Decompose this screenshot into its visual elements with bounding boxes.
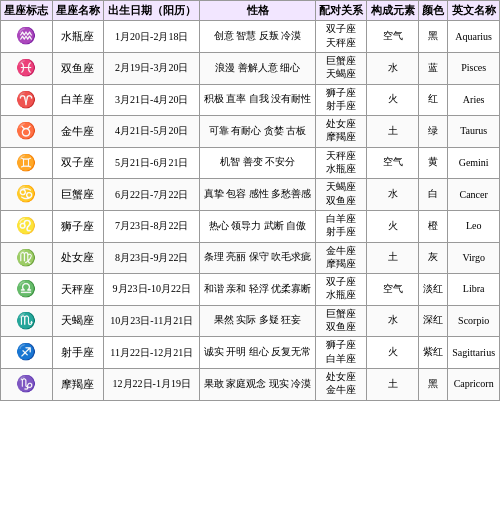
zodiac-character: 积极 直率 自我 没有耐性 [200, 84, 315, 116]
zodiac-color: 红 [418, 84, 447, 116]
zodiac-character: 热心 领导力 武断 自傲 [200, 210, 315, 242]
col-header-5: 构成元素 [367, 1, 419, 21]
zodiac-icon: ♈ [1, 84, 53, 116]
zodiac-element: 火 [367, 210, 419, 242]
zodiac-color: 白 [418, 179, 447, 211]
zodiac-element: 空气 [367, 274, 419, 306]
zodiac-icon: ♍ [1, 242, 53, 274]
table-row: ♑摩羯座12月22日-1月19日果敢 家庭观念 现实 冷漠处女座 金牛座土黑Ca… [1, 368, 500, 400]
zodiac-icon: ♒ [1, 21, 53, 53]
zodiac-color: 蓝 [418, 52, 447, 84]
zodiac-icon: ♎ [1, 274, 53, 306]
zodiac-icon: ♉ [1, 116, 53, 148]
zodiac-character: 诚实 开明 组心 反复无常 [200, 337, 315, 369]
zodiac-english-name: Libra [448, 274, 500, 306]
zodiac-english-name: Pisces [448, 52, 500, 84]
zodiac-date: 9月23日-10月22日 [104, 274, 200, 306]
zodiac-element: 水 [367, 52, 419, 84]
zodiac-color: 深红 [418, 305, 447, 337]
zodiac-character: 和谐 亲和 轻浮 优柔寡断 [200, 274, 315, 306]
zodiac-date: 5月21日-6月21日 [104, 147, 200, 179]
col-header-1: 星座名称 [52, 1, 104, 21]
zodiac-date: 11月22日-12月21日 [104, 337, 200, 369]
table-row: ♓双鱼座2月19日-3月20日浪漫 善解人意 细心巨蟹座 天蝎座水蓝Pisces [1, 52, 500, 84]
zodiac-character: 浪漫 善解人意 细心 [200, 52, 315, 84]
zodiac-name: 双子座 [52, 147, 104, 179]
zodiac-english-name: Leo [448, 210, 500, 242]
zodiac-element: 火 [367, 337, 419, 369]
zodiac-element: 土 [367, 242, 419, 274]
zodiac-match: 双子座 水瓶座 [315, 274, 367, 306]
zodiac-date: 12月22日-1月19日 [104, 368, 200, 400]
zodiac-date: 1月20日-2月18日 [104, 21, 200, 53]
zodiac-character: 真挚 包容 感性 多愁善感 [200, 179, 315, 211]
zodiac-match: 巨蟹座 双鱼座 [315, 305, 367, 337]
zodiac-character: 可靠 有耐心 贪婪 古板 [200, 116, 315, 148]
zodiac-character: 条理 亮丽 保守 吹毛求疵 [200, 242, 315, 274]
zodiac-name: 天秤座 [52, 274, 104, 306]
zodiac-icon: ♌ [1, 210, 53, 242]
zodiac-date: 6月22日-7月22日 [104, 179, 200, 211]
zodiac-element: 土 [367, 368, 419, 400]
table-row: ♊双子座5月21日-6月21日机智 善变 不安分天秤座 水瓶座空气黄Gemini [1, 147, 500, 179]
zodiac-match: 处女座 金牛座 [315, 368, 367, 400]
table-row: ♍处女座8月23日-9月22日条理 亮丽 保守 吹毛求疵金牛座 摩羯座土灰Vir… [1, 242, 500, 274]
col-header-3: 性格 [200, 1, 315, 21]
zodiac-name: 狮子座 [52, 210, 104, 242]
zodiac-character: 机智 善变 不安分 [200, 147, 315, 179]
col-header-2: 出生日期（阳历） [104, 1, 200, 21]
zodiac-color: 黑 [418, 368, 447, 400]
zodiac-name: 白羊座 [52, 84, 104, 116]
zodiac-english-name: Taurus [448, 116, 500, 148]
zodiac-name: 处女座 [52, 242, 104, 274]
zodiac-element: 空气 [367, 21, 419, 53]
zodiac-color: 橙 [418, 210, 447, 242]
zodiac-english-name: Sagittarius [448, 337, 500, 369]
zodiac-match: 白羊座 射手座 [315, 210, 367, 242]
zodiac-english-name: Scorpio [448, 305, 500, 337]
table-row: ♎天秤座9月23日-10月22日和谐 亲和 轻浮 优柔寡断双子座 水瓶座空气淡红… [1, 274, 500, 306]
zodiac-english-name: Aries [448, 84, 500, 116]
zodiac-match: 天蝎座 双鱼座 [315, 179, 367, 211]
zodiac-icon: ♐ [1, 337, 53, 369]
zodiac-english-name: Cancer [448, 179, 500, 211]
zodiac-character: 果敢 家庭观念 现实 冷漠 [200, 368, 315, 400]
zodiac-element: 火 [367, 84, 419, 116]
zodiac-match: 双子座 天秤座 [315, 21, 367, 53]
table-row: ♌狮子座7月23日-8月22日热心 领导力 武断 自傲白羊座 射手座火橙Leo [1, 210, 500, 242]
col-header-7: 英文名称 [448, 1, 500, 21]
table-row: ♐射手座11月22日-12月21日诚实 开明 组心 反复无常狮子座 白羊座火紫红… [1, 337, 500, 369]
table-row: ♋巨蟹座6月22日-7月22日真挚 包容 感性 多愁善感天蝎座 双鱼座水白Can… [1, 179, 500, 211]
zodiac-color: 绿 [418, 116, 447, 148]
zodiac-icon: ♓ [1, 52, 53, 84]
zodiac-table: 星座标志星座名称出生日期（阳历）性格配对关系构成元素颜色英文名称 ♒水瓶座1月2… [0, 0, 500, 401]
zodiac-match: 狮子座 射手座 [315, 84, 367, 116]
zodiac-name: 天蝎座 [52, 305, 104, 337]
zodiac-color: 紫红 [418, 337, 447, 369]
zodiac-color: 灰 [418, 242, 447, 274]
zodiac-name: 水瓶座 [52, 21, 104, 53]
table-row: ♒水瓶座1月20日-2月18日创意 智慧 反叛 冷漠双子座 天秤座空气黑Aqua… [1, 21, 500, 53]
zodiac-match: 狮子座 白羊座 [315, 337, 367, 369]
zodiac-character: 果然 实际 多疑 狂妄 [200, 305, 315, 337]
zodiac-color: 黄 [418, 147, 447, 179]
zodiac-icon: ♑ [1, 368, 53, 400]
zodiac-english-name: Aquarius [448, 21, 500, 53]
zodiac-name: 摩羯座 [52, 368, 104, 400]
zodiac-match: 处女座 摩羯座 [315, 116, 367, 148]
zodiac-date: 3月21日-4月20日 [104, 84, 200, 116]
zodiac-name: 双鱼座 [52, 52, 104, 84]
zodiac-name: 巨蟹座 [52, 179, 104, 211]
zodiac-date: 7月23日-8月22日 [104, 210, 200, 242]
col-header-4: 配对关系 [315, 1, 367, 21]
zodiac-date: 8月23日-9月22日 [104, 242, 200, 274]
zodiac-character: 创意 智慧 反叛 冷漠 [200, 21, 315, 53]
zodiac-english-name: Gemini [448, 147, 500, 179]
zodiac-element: 水 [367, 179, 419, 211]
table-row: ♏天蝎座10月23日-11月21日果然 实际 多疑 狂妄巨蟹座 双鱼座水深红Sc… [1, 305, 500, 337]
zodiac-match: 巨蟹座 天蝎座 [315, 52, 367, 84]
zodiac-date: 2月19日-3月20日 [104, 52, 200, 84]
table-row: ♈白羊座3月21日-4月20日积极 直率 自我 没有耐性狮子座 射手座火红Ari… [1, 84, 500, 116]
zodiac-name: 射手座 [52, 337, 104, 369]
col-header-0: 星座标志 [1, 1, 53, 21]
